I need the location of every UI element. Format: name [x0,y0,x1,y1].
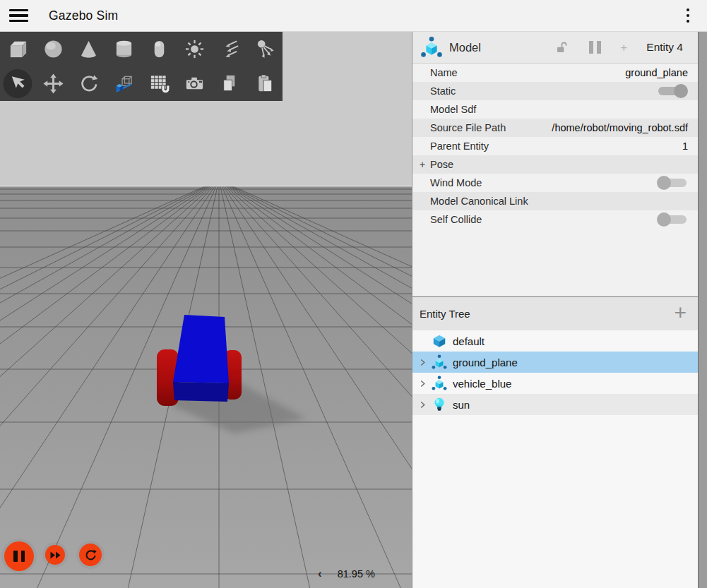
camera-icon [184,73,206,95]
reset-button[interactable] [79,544,102,566]
scene-toolbar [0,32,283,101]
property-label: Parent Entity [430,140,489,152]
point-light-icon [184,38,206,60]
add-plugin-button[interactable]: + [620,42,627,54]
scene-3d-grid [0,186,412,588]
tool-align[interactable] [106,66,141,101]
property-label: Model Sdf [430,104,476,115]
self-collide-toggle[interactable] [657,212,688,227]
edit-tools-row [0,66,283,101]
property-label: Model Canonical Link [430,196,528,207]
align-icon [113,73,135,95]
tool-rotate[interactable] [71,66,106,101]
scene-viewport[interactable]: ‹ 81.95 % [0,32,412,588]
model-properties-list: Nameground_planeStaticModel SdfSource Fi… [412,64,698,296]
top-bar: Gazebo Sim [0,0,707,32]
property-row-wind-mode: Wind Mode [412,174,698,192]
tool-select[interactable] [0,66,35,101]
pause-icon [13,551,18,562]
cylinder-icon [113,38,135,60]
translate-icon [42,73,64,95]
vehicle-chassis-front [173,382,229,402]
property-value: /home/robot/moving_robot.sdf [552,122,688,133]
step-button[interactable] [45,545,65,565]
paste-icon [254,73,276,95]
property-row-name: Nameground_plane [412,64,698,82]
property-row-model-canonical-link: Model Canonical Link [412,192,698,210]
kebab-menu-icon[interactable] [684,6,691,25]
tool-translate[interactable] [35,66,71,101]
static-toggle[interactable] [657,83,688,99]
property-row-static: Static [412,82,698,100]
pause-bars-icon[interactable] [589,41,602,54]
select-arrow-icon [7,73,29,95]
capsule-icon [148,38,170,60]
property-label: Static [430,85,456,97]
expander-chevron-icon[interactable] [420,400,431,409]
property-label: Wind Mode [430,177,482,188]
rotate-icon [78,73,100,95]
pause-icon [21,551,25,562]
expand-group-icon[interactable]: + [420,159,425,170]
unlock-icon[interactable] [554,40,570,56]
tool-snap-to-grid[interactable] [141,66,177,101]
box-icon [7,38,29,60]
model-icon [431,375,448,392]
sphere-icon [42,38,64,60]
tool-copy[interactable] [212,66,247,101]
expander-chevron-icon[interactable] [420,358,431,367]
property-row-model-sdf: Model Sdf [412,100,698,119]
shape-tools-row [0,32,283,66]
tool-point-light[interactable] [177,32,212,66]
property-value: ground_plane [625,67,688,78]
tool-box[interactable] [0,32,35,66]
property-label: Name [430,67,458,78]
tool-sphere[interactable] [35,32,71,66]
property-value: 1 [682,140,688,152]
snap-grid-icon [148,73,170,95]
rtf-statusbar: ‹ 81.95 % [318,568,375,580]
collapse-left-icon[interactable]: ‹ [318,568,322,580]
property-label: Pose [430,159,453,170]
property-row-self-collide: Self Collide [412,210,698,229]
property-row-pose: +Pose [412,155,698,174]
tree-item-label: sun [453,399,470,411]
model-panel-title: Model [449,41,481,54]
model-icon [431,354,448,371]
tree-item-label: ground_plane [453,356,518,368]
add-entity-button[interactable]: + [674,304,687,321]
rotate-arrow-icon [84,548,97,562]
tree-item-vehicle-blue[interactable]: vehicle_blue [412,373,698,394]
panel-scrollbar[interactable] [698,32,707,588]
rtf-value: 81.95 % [338,568,375,580]
expander-chevron-icon[interactable] [420,379,431,388]
tool-screenshot[interactable] [177,66,212,101]
tool-capsule[interactable] [141,32,177,66]
spot-light-icon [254,38,276,60]
copy-icon [219,73,241,95]
property-row-parent-entity: Parent Entity1 [412,137,698,155]
property-row-source-file-path: Source File Path/home/robot/moving_robot… [412,119,698,137]
fast-forward-icon [50,551,61,559]
entity-tree-header: Entity Tree + [412,296,698,330]
tree-item-ground-plane[interactable]: ground_plane [412,352,698,373]
tree-item-sun[interactable]: sun [412,394,698,415]
property-label: Self Collide [430,214,482,225]
tree-item-label: vehicle_blue [453,378,511,390]
wind-mode-toggle[interactable] [657,175,688,191]
tool-cone[interactable] [71,32,106,66]
pause-button[interactable] [4,541,34,571]
entity-tree-list: defaultground_planevehicle_bluesun [412,330,698,588]
model-panel-header: Model + Entity 4 [412,32,698,64]
property-label: Source File Path [430,122,506,133]
tool-paste[interactable] [247,66,283,101]
tool-spot-light[interactable] [247,32,283,66]
tree-item-default[interactable]: default [412,330,698,352]
right-panel: Model + Entity 4 Nameground_planeStaticM… [412,32,707,588]
hamburger-menu-icon[interactable] [9,9,28,23]
tree-item-label: default [453,335,485,347]
tool-cylinder[interactable] [106,32,141,66]
model-header-actions: + Entity 4 [554,40,683,56]
entity-tree-title: Entity Tree [420,308,470,320]
tool-directional-light[interactable] [212,32,247,66]
